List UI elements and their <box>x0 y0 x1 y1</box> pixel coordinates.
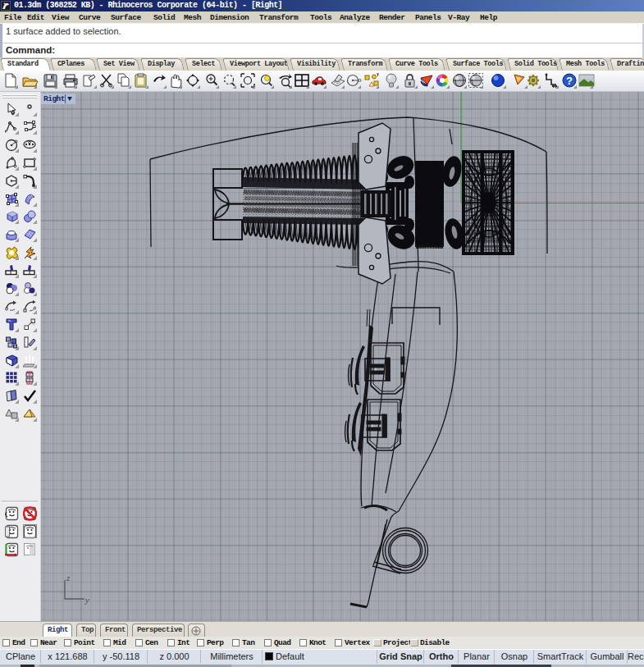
svg-text:?: ? <box>566 75 573 87</box>
svg-text:y: y <box>84 595 89 605</box>
svg-text:z: z <box>66 573 71 582</box>
